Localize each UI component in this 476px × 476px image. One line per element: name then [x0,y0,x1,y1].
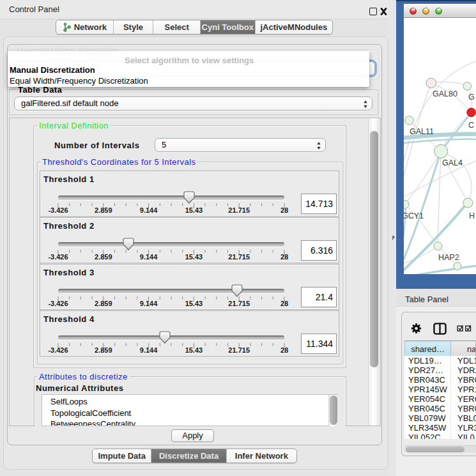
svg-text:G: G [468,93,475,102]
svg-text:HAP2: HAP2 [438,253,459,262]
svg-text:GAL11: GAL11 [410,127,434,136]
svg-text:C: C [468,121,474,130]
svg-text:GCY1: GCY1 [404,211,424,220]
svg-text:GAL4: GAL4 [442,158,463,167]
svg-text:H: H [469,211,475,220]
svg-text:GAL80: GAL80 [433,89,457,98]
